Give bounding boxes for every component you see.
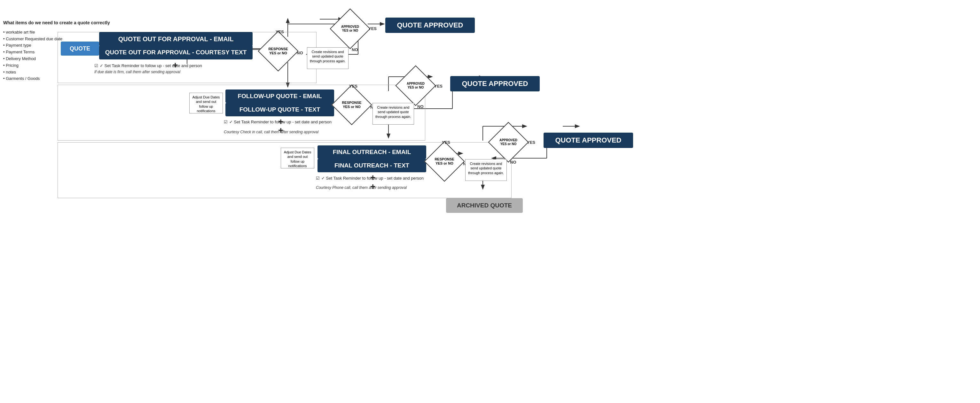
- quote-out-email-box: QUOTE OUT FOR APPROVAL - EMAIL: [99, 32, 253, 46]
- final-text-box: FINAL OUTREACH - TEXT: [318, 159, 426, 172]
- archived-quote-box: ARCHIVED QUOTE: [446, 198, 523, 213]
- response-diamond-1: RESPONSEYES or NO: [262, 35, 294, 67]
- yes-label-r3: YES: [442, 140, 450, 145]
- set-task-1-label: ☑ ✓ Set Task Reminder to follow up - set…: [94, 63, 202, 68]
- approved-diamond-2: APPROVEDYES or NO: [400, 70, 432, 102]
- adjust-dates-1: Adjust Due Dates and send out follow up …: [189, 93, 223, 113]
- no-label-r1: NO: [297, 51, 303, 55]
- approved-diamond-3: APPROVEDYES or NO: [492, 126, 524, 158]
- approved-diamond-1: APPROVEDYES or NO: [334, 13, 366, 45]
- quote-out-text-box: QUOTE OUT FOR APPROVAL - COURTESY TEXT: [99, 45, 253, 59]
- create-revisions-1: Create revisions and send updated quote …: [307, 47, 348, 69]
- set-task-3-label: ☑ ✓ Set Task Reminder to follow up - set…: [316, 176, 424, 181]
- yes-label-r1: YES: [275, 29, 284, 34]
- response-diamond-2: RESPONSEYES or NO: [336, 89, 368, 121]
- quote-box: QUOTE: [61, 41, 99, 56]
- followup-text-box: FOLLOW-UP QUOTE - TEXT: [226, 103, 334, 116]
- if-due-date-label: If due date is firm, call them after sen…: [94, 70, 180, 74]
- final-email-box: FINAL OUTREACH - EMAIL: [318, 145, 426, 159]
- no-label-a3: NO: [510, 160, 516, 165]
- quote-approved-1: QUOTE APPROVED: [385, 17, 475, 33]
- set-task-2-label: ☑ ✓ Set Task Reminder to follow up - set…: [224, 119, 332, 124]
- yes-label-a1: YES: [368, 26, 377, 31]
- create-revisions-3: Create revisions and send updated quote …: [465, 159, 507, 181]
- no-label-a2: NO: [417, 104, 424, 109]
- adjust-dates-2: Adjust Due Dates and send out follow up …: [281, 148, 314, 168]
- left-info-heading: What items do we need to create a quote …: [3, 20, 110, 25]
- courtesy-phone-label: Courtesy Phone call, call them after sen…: [316, 186, 407, 190]
- response-diamond-3: RESPONSEYES or NO: [428, 145, 460, 178]
- courtesy-check-label: Courtesy Check in call, call them after …: [224, 130, 318, 134]
- yes-label-a2: YES: [434, 84, 442, 89]
- yes-label-r2: YES: [349, 84, 358, 89]
- yes-label-a3: YES: [527, 140, 535, 145]
- create-revisions-2: Create revisions and send updated quote …: [372, 103, 414, 125]
- followup-email-box: FOLLOW-UP QUOTE - EMAIL: [226, 89, 334, 103]
- quote-approved-3: QUOTE APPROVED: [544, 133, 633, 148]
- quote-approved-2: QUOTE APPROVED: [450, 76, 540, 91]
- no-label-a1: NO: [352, 47, 358, 52]
- flowchart: What items do we need to create a quote …: [0, 0, 980, 403]
